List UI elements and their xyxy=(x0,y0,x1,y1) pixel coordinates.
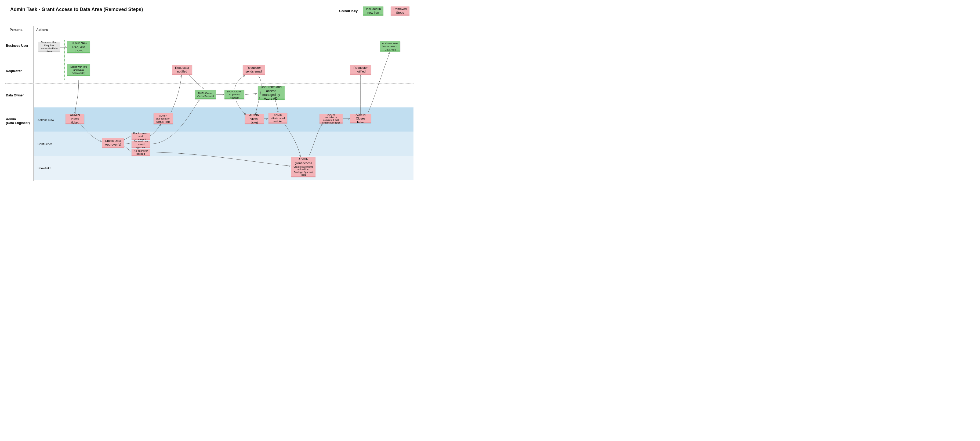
note-bu-has-access[interactable]: Business User has access to Data Area xyxy=(380,41,400,52)
sublabel-snowflake: Snowflake xyxy=(38,167,51,170)
note-req-notified-2[interactable]: Requester notified xyxy=(350,65,371,75)
note-admin-views-2[interactable]: ADMIN Views ticket xyxy=(245,114,264,124)
legend-note-removed: Removed Steps xyxy=(391,6,409,16)
lane-divider-2 xyxy=(5,83,414,84)
page-title: Admin Task - Grant Access to Data Area (… xyxy=(10,7,143,12)
note-if-not-correct[interactable]: If not correct, add comment xyxy=(132,133,150,140)
note-azure-ad[interactable]: User roles and access managed by Azure A… xyxy=(258,86,285,100)
note-admin-views-1[interactable]: ADMIN Views ticket xyxy=(65,114,84,124)
sublabel-servicenow: Service Now xyxy=(38,118,54,121)
note-bu-requires[interactable]: Business User Requires access to Data Ar… xyxy=(38,41,60,52)
note-no-approver[interactable]: No approver needed xyxy=(132,149,150,156)
lane-data-owner: Data Owner xyxy=(6,94,33,97)
note-admin-hold[interactable]: ADMIN put ticket on Status: Hold xyxy=(154,113,173,124)
legend-label: Colour Key xyxy=(339,9,358,13)
note-admin-close[interactable]: ADMIN Closes Ticket xyxy=(350,114,371,123)
note-do-views[interactable]: DATA Owner Views Request xyxy=(195,90,216,99)
lane-business-user: Business User xyxy=(6,44,33,48)
note-admin-attach[interactable]: ADMIN attach email to ticket xyxy=(269,113,287,124)
note-do-approves[interactable]: DATA Owner Approves Request xyxy=(224,90,244,99)
sublabel-confluence: Confluence xyxy=(38,142,52,146)
note-req-notified-1[interactable]: Requester notified xyxy=(172,65,192,75)
lane-divider-3 xyxy=(5,107,414,107)
note-req-sends-email[interactable]: Requester sends email xyxy=(243,65,265,75)
lane-requester: Requester xyxy=(6,69,33,73)
note-fill-form[interactable]: Fill out New Request Form xyxy=(67,41,90,53)
col-persona: Persona xyxy=(10,28,22,32)
note-admin-complete[interactable]: ADMIN set ticket to completed, add comme… xyxy=(320,114,343,124)
note-has-approver[interactable]: Request has correct approver xyxy=(132,141,150,148)
sublayer-confluence xyxy=(34,132,414,156)
note-assist-info[interactable]: Assist with info and Data Approver(s) xyxy=(67,64,90,76)
sublayer-snowflake xyxy=(34,156,414,180)
col-actions: Actions xyxy=(36,28,48,32)
note-admin-grant[interactable]: ADMIN grant access Create statements to … xyxy=(291,157,315,177)
legend-note-included: Included in new flow xyxy=(363,6,383,16)
note-admin-grant-title: ADMIN grant access xyxy=(294,158,312,165)
note-check-approvers[interactable]: Check Data Approver(s) xyxy=(102,138,124,148)
lane-admin: Admin (Data Engineer) xyxy=(6,117,33,125)
note-admin-grant-sub: Create statements to load into Privilege… xyxy=(293,166,314,177)
bottom-line xyxy=(5,181,414,181)
header-underline xyxy=(5,34,414,34)
